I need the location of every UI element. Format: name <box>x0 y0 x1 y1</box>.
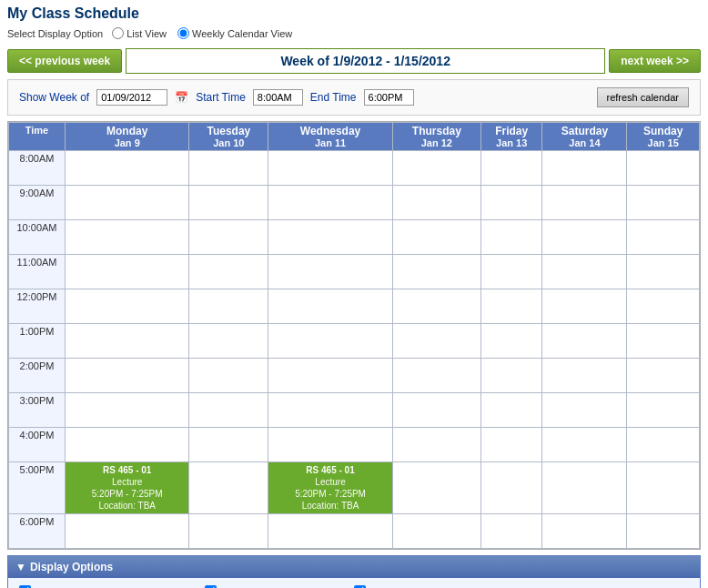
data-cell-thursday-900AM <box>392 186 480 220</box>
data-cell-tuesday-1000AM <box>189 220 268 255</box>
data-cell-thursday-1200PM <box>392 289 480 324</box>
next-week-button[interactable]: next week >> <box>609 49 701 73</box>
data-cell-wednesday-200PM <box>268 359 392 393</box>
list-view-label: List View <box>126 28 167 39</box>
data-cell-tuesday-300PM <box>189 393 268 428</box>
data-cell-friday-600PM <box>480 514 542 549</box>
time-cell-1100AM: 11:00AM <box>9 255 66 289</box>
data-cell-sunday-800AM <box>627 151 700 186</box>
data-cell-sunday-100PM <box>627 324 700 359</box>
calendar-row: 3:00PM <box>9 393 700 428</box>
calendar-row: 9:00AM <box>9 186 700 220</box>
weekly-view-radio[interactable] <box>177 27 189 39</box>
header-day-wednesday: WednesdayJan 11 <box>268 123 392 151</box>
data-cell-sunday-600PM <box>627 514 700 549</box>
data-cell-wednesday-100PM <box>268 324 392 359</box>
page-title: My Class Schedule <box>0 0 708 24</box>
data-cell-tuesday-200PM <box>189 359 268 393</box>
week-date-input[interactable] <box>96 89 167 106</box>
data-cell-saturday-900AM <box>542 186 627 220</box>
header-day-sunday: SundayJan 15 <box>627 123 700 151</box>
data-cell-tuesday-600PM <box>189 514 268 549</box>
data-cell-sunday-1200PM <box>627 289 700 324</box>
data-cell-friday-1000AM <box>480 220 542 255</box>
start-time-label: Start Time <box>196 91 246 104</box>
calendar-table: Time MondayJan 9TuesdayJan 10WednesdayJa… <box>8 122 700 549</box>
data-cell-monday-1200PM <box>66 289 189 324</box>
header-day-thursday: ThursdayJan 12 <box>392 123 480 151</box>
data-cell-friday-500PM <box>480 462 542 514</box>
data-cell-wednesday-300PM <box>268 393 392 428</box>
data-cell-sunday-900AM <box>627 186 700 220</box>
end-time-input[interactable] <box>364 89 414 106</box>
data-cell-thursday-400PM <box>392 428 480 462</box>
data-cell-thursday-1100AM <box>392 255 480 289</box>
calendar-row: 4:00PM <box>9 428 700 462</box>
week-label: Week of 1/9/2012 - 1/15/2012 <box>126 48 605 74</box>
data-cell-friday-800AM <box>480 151 542 186</box>
data-cell-thursday-1000AM <box>392 220 480 255</box>
time-cell-600PM: 6:00PM <box>9 514 66 549</box>
data-cell-tuesday-900AM <box>189 186 268 220</box>
time-cell-900AM: 9:00AM <box>9 186 66 220</box>
time-cell-500PM: 5:00PM <box>9 462 66 514</box>
data-cell-saturday-300PM <box>542 393 627 428</box>
data-cell-wednesday-1200PM <box>268 289 392 324</box>
data-cell-thursday-300PM <box>392 393 480 428</box>
data-cell-tuesday-800AM <box>189 151 268 186</box>
data-cell-saturday-100PM <box>542 324 627 359</box>
data-cell-thursday-500PM <box>392 462 480 514</box>
data-cell-wednesday-600PM <box>268 514 392 549</box>
data-cell-wednesday-1100AM <box>268 255 392 289</box>
data-cell-friday-100PM <box>480 324 542 359</box>
data-cell-sunday-1000AM <box>627 220 700 255</box>
weekly-view-label: Weekly Calendar View <box>192 28 292 39</box>
data-cell-thursday-800AM <box>392 151 480 186</box>
data-cell-tuesday-500PM <box>189 462 268 514</box>
refresh-calendar-button[interactable]: refresh calendar <box>597 87 690 107</box>
display-options-header[interactable]: ▼ Display Options <box>8 556 700 578</box>
view-type-radio-group: List View Weekly Calendar View <box>112 27 292 39</box>
list-view-radio[interactable] <box>112 27 124 39</box>
data-cell-sunday-1100AM <box>627 255 700 289</box>
time-cell-800AM: 8:00AM <box>9 151 66 186</box>
data-cell-wednesday-800AM <box>268 151 392 186</box>
display-options-section: ▼ Display Options Show AM/PM Show Class … <box>7 555 701 588</box>
calendar-row: 8:00AM <box>9 151 700 186</box>
data-cell-friday-400PM <box>480 428 542 462</box>
calendar-row: 5:00PM RS 465 - 01 Lecture 5:20PM - 7:25… <box>9 462 700 514</box>
data-cell-thursday-600PM <box>392 514 480 549</box>
calendar-row: 1:00PM <box>9 324 700 359</box>
data-cell-tuesday-1200PM <box>189 289 268 324</box>
start-time-input[interactable] <box>253 89 303 106</box>
calendar-row: 12:00PM <box>9 289 700 324</box>
list-view-option[interactable]: List View <box>112 27 167 39</box>
time-cell-200PM: 2:00PM <box>9 359 66 393</box>
data-cell-monday-800AM <box>66 151 189 186</box>
display-options-body: Show AM/PM Show Class Title Show Instruc… <box>8 578 700 588</box>
header-day-monday: MondayJan 9 <box>66 123 189 151</box>
triangle-icon: ▼ <box>15 561 26 573</box>
display-option-label: Select Display Option <box>7 28 103 39</box>
data-cell-saturday-1100AM <box>542 255 627 289</box>
data-cell-monday-400PM <box>66 428 189 462</box>
data-cell-sunday-400PM <box>627 428 700 462</box>
data-cell-saturday-600PM <box>542 514 627 549</box>
data-cell-monday-1000AM <box>66 220 189 255</box>
data-cell-saturday-800AM <box>542 151 627 186</box>
data-cell-monday-300PM <box>66 393 189 428</box>
weekly-view-option[interactable]: Weekly Calendar View <box>177 27 292 39</box>
calendar-icon[interactable]: 📅 <box>175 91 188 104</box>
data-cell-tuesday-1100AM <box>189 255 268 289</box>
prev-week-button[interactable]: << previous week <box>7 49 122 73</box>
time-cell-1000AM: 10:00AM <box>9 220 66 255</box>
data-cell-monday-600PM <box>66 514 189 549</box>
data-cell-wednesday-400PM <box>268 428 392 462</box>
end-time-label: End Time <box>310 91 357 104</box>
data-cell-sunday-300PM <box>627 393 700 428</box>
time-cell-400PM: 4:00PM <box>9 428 66 462</box>
data-cell-sunday-200PM <box>627 359 700 393</box>
data-cell-tuesday-400PM <box>189 428 268 462</box>
data-cell-saturday-500PM <box>542 462 627 514</box>
time-cell-1200PM: 12:00PM <box>9 289 66 324</box>
